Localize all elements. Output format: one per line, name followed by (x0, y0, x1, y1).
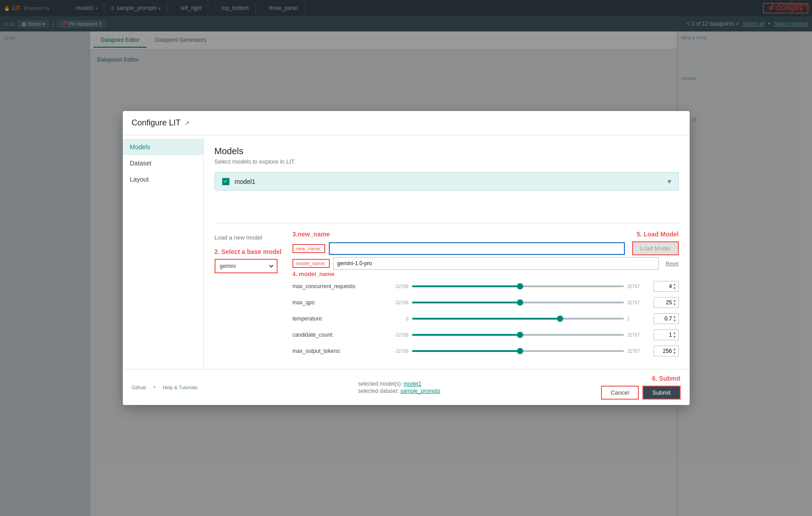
load-new-model-section: Load a new model 2. Select a base model … (215, 223, 679, 358)
slider-label-2: max_qps: (292, 299, 382, 306)
modal-body: Models Dataset Layout Models Select mode… (123, 135, 690, 369)
slider-thumb-1[interactable] (517, 283, 523, 289)
slider-max-2: 32767 (628, 300, 650, 305)
footer-right: 6. Submit Cancel Submit (601, 375, 681, 400)
load-section-title: Load a new model (215, 234, 282, 241)
slider-label-5: max_output_tokens: (292, 348, 382, 354)
spinner-5[interactable]: ▲▼ (673, 347, 677, 355)
slider-thumb-3[interactable] (557, 316, 563, 322)
fields-and-sliders: 3.new_name 5. Load Model new_name: Load … (292, 231, 679, 358)
selected-dataset-info: selected dataset: sample_prompts (358, 388, 440, 394)
spinner-1[interactable]: ▲▼ (673, 282, 677, 290)
modal-overlay: Configure LIT ↗ Models Dataset Layout Mo… (0, 0, 812, 516)
slider-fill-1 (412, 285, 520, 287)
new-name-label: new_name: (292, 244, 325, 253)
footer-info: selected model(s): model1 selected datas… (358, 381, 440, 394)
slider-max-output-tokens: max_output_tokens: -32768 32767 256 ▲▼ (292, 344, 679, 358)
slider-label-3: temperature: (292, 316, 382, 322)
configure-modal: Configure LIT ↗ Models Dataset Layout Mo… (123, 111, 690, 405)
spinner-3[interactable]: ▲▼ (673, 315, 677, 323)
base-model-column: Load a new model 2. Select a base model … (215, 234, 282, 273)
model-name-row: model_name: Reset (292, 257, 679, 270)
modal-title: Configure LIT (132, 118, 181, 128)
slider-value-4[interactable]: 1 ▲▼ (654, 329, 679, 340)
slider-track-4[interactable] (412, 334, 624, 336)
modal-header: Configure LIT ↗ (123, 111, 690, 135)
models-section: Models Select models to explore in LIT. (215, 146, 679, 165)
slider-thumb-5[interactable] (517, 348, 523, 354)
model-name-input[interactable] (333, 257, 659, 270)
sidebar-item-dataset[interactable]: Dataset (123, 155, 203, 171)
slider-value-1[interactable]: 4 ▲▼ (654, 281, 679, 292)
selected-models-info: selected model(s): model1 (358, 381, 440, 387)
slider-candidate-count: candidate_count: -32768 32767 1 ▲▼ (292, 328, 679, 342)
load-form-container: Load a new model 2. Select a base model … (215, 231, 679, 358)
slider-value-2[interactable]: 25 ▲▼ (654, 297, 679, 308)
slider-track-5[interactable] (412, 350, 624, 352)
slider-min-1: -32768 (386, 284, 408, 289)
new-name-input[interactable] (329, 242, 625, 255)
slider-min-5: -32768 (386, 349, 408, 354)
slider-max-qps: max_qps: -32768 32767 25 ▲▼ (292, 295, 679, 310)
annotation-load-model: 5. Load Model (637, 231, 678, 238)
slider-min-3: 0 (386, 316, 408, 321)
slider-min-4: -32768 (386, 333, 408, 338)
slider-thumb-2[interactable] (517, 299, 523, 306)
help-link[interactable]: Help & Tutorials (162, 385, 197, 390)
reset-button[interactable]: Reset (666, 261, 679, 266)
modal-footer: Github • Help & Tutorials selected model… (123, 369, 690, 405)
model-name-label: model1 (235, 178, 662, 185)
slider-value-5[interactable]: 256 ▲▼ (654, 346, 679, 356)
footer-left: Github • Help & Tutorials (132, 384, 198, 391)
modal-main-content: Models Select models to explore in LIT. … (204, 135, 690, 369)
slider-fill-5 (412, 350, 520, 352)
slider-fill-3 (412, 318, 560, 320)
modal-sidebar: Models Dataset Layout (123, 135, 204, 369)
cancel-button[interactable]: Cancel (601, 386, 639, 400)
slider-max-1: 32767 (628, 284, 650, 289)
external-link-icon[interactable]: ↗ (184, 120, 190, 127)
annotation-select-base: 2. Select a base model (215, 248, 282, 255)
slider-fill-4 (412, 334, 520, 336)
base-model-select-wrapper: gemini (215, 259, 278, 273)
slider-track-1[interactable] (412, 285, 624, 287)
sidebar-item-layout[interactable]: Layout (123, 171, 203, 187)
submit-button[interactable]: Submit (642, 386, 680, 400)
load-model-button[interactable]: Load Model (632, 241, 679, 255)
slider-max-5: 32767 (628, 349, 650, 354)
annotations-row: 3.new_name 5. Load Model (292, 231, 679, 238)
spinner-2[interactable]: ▲▼ (673, 298, 677, 307)
selected-dataset-link[interactable]: sample_prompts (400, 388, 440, 394)
content-spacer (215, 198, 679, 216)
sidebar-item-models[interactable]: Models (123, 139, 203, 155)
footer-actions: Cancel Submit (601, 386, 681, 400)
annotation-new-name: 3.new_name (292, 231, 330, 238)
spinner-4[interactable]: ▲▼ (673, 331, 677, 339)
footer-dot-1: • (153, 384, 156, 391)
selected-model-link[interactable]: model1 (404, 381, 421, 387)
annotation-model-name-label: 4. model_name (292, 271, 679, 277)
base-model-select[interactable]: gemini (217, 262, 275, 271)
slider-thumb-4[interactable] (517, 332, 523, 338)
slider-max-4: 32767 (628, 333, 650, 338)
model-row[interactable]: ✓ model1 ▾ (215, 172, 679, 191)
slider-min-2: -32768 (386, 300, 408, 305)
slider-track-3[interactable] (412, 318, 624, 320)
slider-label-4: candidate_count: (292, 332, 382, 338)
slider-temperature: temperature: 0 1 0.7 ▲▼ (292, 311, 679, 326)
models-subtitle: Select models to explore in LIT. (215, 158, 679, 165)
slider-max-concurrent-requests: max_concurrent_requests: -32768 32767 4 … (292, 279, 679, 294)
annotation-submit: 6. Submit (652, 375, 680, 382)
slider-value-3[interactable]: 0.7 ▲▼ (654, 313, 679, 324)
github-link[interactable]: Github (132, 385, 146, 390)
slider-fill-2 (412, 302, 520, 303)
slider-track-2[interactable] (412, 302, 624, 303)
model-name-label: model_name: (292, 259, 330, 268)
model-checkbox[interactable]: ✓ (222, 178, 229, 185)
slider-max-3: 1 (628, 316, 650, 321)
slider-label-1: max_concurrent_requests: (292, 283, 382, 289)
new-name-row: new_name: Load Model (292, 241, 679, 255)
models-title: Models (215, 146, 679, 156)
chevron-right-icon: ▾ (668, 177, 671, 186)
